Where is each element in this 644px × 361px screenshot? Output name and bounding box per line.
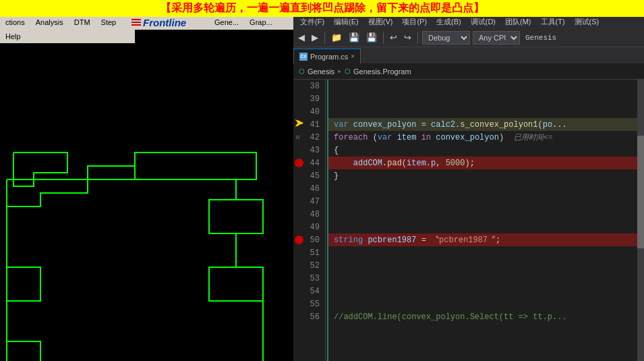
debug-config-dropdown[interactable]: Debug Release: [422, 31, 470, 45]
cpu-dropdown[interactable]: Any CPU x86 x64: [473, 31, 520, 45]
menu-item-gene[interactable]: Gene...: [209, 17, 244, 28]
vs-menu-file[interactable]: 文件(F): [296, 16, 328, 28]
line-44: 44: [293, 157, 325, 169]
vs-editor: 38 39 40 ⮞ 41 ⊟ 42 43 44 45 46 47 48: [293, 80, 644, 361]
annotation-bar: 【采用多轮遍历，一遍一遍直到将凹点踢除，留下来的点即是凸点】: [0, 0, 644, 17]
menu-item-help[interactable]: Help: [0, 31, 26, 42]
tab-close-btn[interactable]: ×: [351, 53, 355, 60]
code-line-55: [328, 298, 644, 310]
line-42: ⊟ 42: [293, 131, 325, 144]
menu-item-analysis[interactable]: Analysis: [30, 17, 69, 28]
vs-menu-tools[interactable]: 工具(T): [537, 16, 569, 28]
toolbar-sep2: [383, 32, 384, 44]
code-line-53: [328, 272, 644, 285]
vs-menu-test[interactable]: 测试(S): [570, 16, 604, 28]
breadcrumb-genesis-icon: ⬡: [299, 67, 305, 75]
code-line-48: [328, 208, 644, 221]
code-line-54: [328, 285, 644, 298]
code-line-38: [328, 80, 644, 92]
breakpoint-44: [295, 159, 303, 167]
vs-tab-bar: C# Program.cs ×: [293, 47, 644, 63]
code-line-40: [328, 105, 644, 118]
line-40: 40: [293, 105, 325, 118]
code-line-50: string pcbren1987 = 〝pcbren1987〞;: [328, 233, 644, 246]
code-line-44: addCOM.pad(item.p, 5000);: [328, 157, 644, 169]
code-line-56: //addCOM.line(convex_polyon.Select(tt =>…: [328, 310, 644, 323]
line-56: 56: [293, 310, 325, 323]
line-52: 52: [293, 259, 325, 272]
toolbar-save2-btn[interactable]: 💾: [364, 31, 379, 44]
line-45: 45: [293, 169, 325, 182]
vs-menu-debug[interactable]: 调试(D): [467, 16, 500, 28]
line-53: 53: [293, 272, 325, 285]
line-41: ⮞ 41: [293, 118, 325, 131]
code-line-39: [328, 92, 644, 105]
vs-menu-team[interactable]: 团队(M): [501, 16, 535, 28]
toolbar-undo-btn[interactable]: ↩: [388, 31, 399, 44]
genesis-label: Genesis: [525, 34, 556, 42]
line-48: 48: [293, 208, 325, 221]
code-line-52: [328, 259, 644, 272]
left-panel: ctions Analysis DTM Step Frontline Gene.…: [0, 15, 293, 361]
toolbar-save-btn[interactable]: 💾: [347, 31, 361, 44]
scrollbar-thumb[interactable]: [637, 136, 644, 248]
cs-file-icon: C#: [299, 53, 308, 61]
line-50: 50: [293, 233, 325, 246]
cad-canvas: [0, 72, 293, 361]
toolbar-open-btn[interactable]: 📁: [329, 31, 344, 44]
pcb-outline-svg: [0, 132, 290, 361]
menu-bar: ctions Analysis DTM Step Frontline Gene.…: [0, 15, 293, 30]
toolbar-sep1: [324, 32, 325, 44]
code-line-46: [328, 182, 644, 195]
editor-scrollbar[interactable]: [637, 80, 644, 361]
line-39: 39: [293, 92, 325, 105]
line-54: 54: [293, 285, 325, 298]
vs-menu-project[interactable]: 项目(P): [398, 16, 431, 28]
vs-menu-build[interactable]: 生成(B): [432, 16, 465, 28]
code-line-49: [328, 221, 644, 233]
vs-toolbar: ◀ ▶ 📁 💾 💾 ↩ ↪ Debug Release Any CPU x86 …: [293, 28, 644, 47]
menu-items: ctions Analysis DTM Step: [0, 17, 121, 28]
line-46: 46: [293, 182, 325, 195]
line-51: 51: [293, 246, 325, 259]
vs-menu-view[interactable]: 视图(V): [364, 16, 397, 28]
menu-item-grap[interactable]: Grap...: [244, 17, 278, 28]
vs-menu-bar: 文件(F) 编辑(E) 视图(V) 项目(P) 生成(B) 调试(D) 团队(M…: [293, 15, 644, 28]
tab-program-cs[interactable]: C# Program.cs ×: [293, 49, 361, 63]
line-38: 38: [293, 80, 325, 92]
breadcrumb-program[interactable]: Genesis.Program: [353, 67, 411, 76]
code-line-43: {: [328, 144, 644, 157]
code-line-42: foreach (var item in convex_polyon) 已用时间…: [328, 131, 644, 144]
breadcrumb-genesis[interactable]: Genesis: [308, 67, 334, 76]
breadcrumb-sep: ▸: [337, 67, 342, 76]
tab-program-cs-label: Program.cs: [310, 53, 348, 61]
breakpoint-50: [295, 235, 303, 244]
toolbar-redo-btn[interactable]: ↪: [402, 31, 413, 44]
code-line-47: [328, 195, 644, 208]
line-43: 43: [293, 144, 325, 157]
toolbar-back-btn[interactable]: ◀: [296, 31, 307, 44]
logo-text: Frontline: [143, 17, 186, 28]
code-line-51: [328, 246, 644, 259]
vs-right-panel: 文件(F) 编辑(E) 视图(V) 项目(P) 生成(B) 调试(D) 团队(M…: [293, 15, 644, 361]
help-bar: Help: [0, 30, 135, 43]
code-line-41: var convex_polyon = calc2.s_convex_polyo…: [328, 118, 644, 131]
code-content-area[interactable]: var convex_polyon = calc2.s_convex_polyo…: [328, 80, 644, 361]
menu-item-dtm[interactable]: DTM: [69, 17, 96, 28]
line-numbers-gutter: 38 39 40 ⮞ 41 ⊟ 42 43 44 45 46 47 48: [293, 80, 326, 361]
code-line-45: }: [328, 169, 644, 182]
line-49: 49: [293, 221, 325, 233]
line-55: 55: [293, 298, 325, 310]
vs-breadcrumb: ⬡ Genesis ▸ ⬡ Genesis.Program: [293, 63, 644, 80]
line-47: 47: [293, 195, 325, 208]
menu-item-step[interactable]: Step: [96, 17, 122, 28]
breadcrumb-genesis-icon2: ⬡: [345, 67, 351, 75]
menu-item-actions[interactable]: ctions: [0, 17, 30, 28]
toolbar-sep3: [417, 32, 418, 44]
toolbar-fwd-btn[interactable]: ▶: [310, 31, 320, 44]
vs-menu-edit[interactable]: 编辑(E): [330, 16, 363, 28]
